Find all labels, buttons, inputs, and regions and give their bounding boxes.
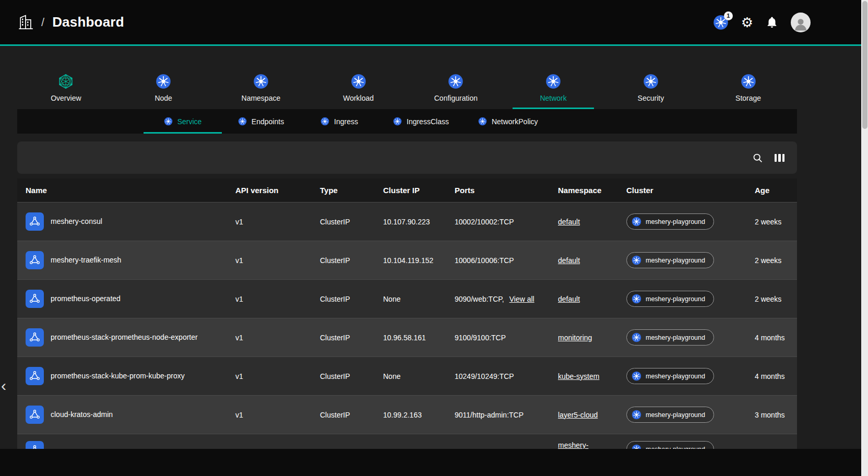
view-columns-icon[interactable]: [775, 154, 785, 162]
namespace-link[interactable]: monitoring: [558, 334, 592, 342]
cluster-context-button[interactable]: 1: [713, 15, 729, 30]
tab-overview[interactable]: Overview: [25, 68, 106, 109]
cluster-chip-label: meshery-playground: [646, 373, 705, 380]
cluster-chip-label: meshery-playground: [646, 257, 705, 264]
namespace-cell: default: [558, 256, 626, 265]
cluster-chip[interactable]: meshery-playground: [626, 368, 714, 384]
organization-icon[interactable]: [18, 14, 33, 30]
tab-network[interactable]: Network: [513, 68, 594, 109]
sub-tab-label: Ingress: [334, 117, 358, 126]
kubernetes-icon: [351, 74, 366, 89]
main-tab-label: Namespace: [242, 94, 281, 102]
services-table: NameAPI versionTypeCluster IPPortsNamesp…: [17, 178, 797, 473]
cluster-cell: meshery-playground: [626, 407, 755, 423]
tab-workload[interactable]: Workload: [318, 68, 399, 109]
api-version-cell: v1: [235, 411, 320, 419]
meshery-icon: [58, 74, 74, 89]
cluster-chip[interactable]: meshery-playground: [626, 213, 714, 230]
subtab-ingressclass[interactable]: IngressClass: [378, 109, 463, 134]
cluster-ip-cell: 10.104.119.152: [383, 256, 455, 265]
sub-tab-label: Service: [177, 117, 202, 126]
tab-node[interactable]: Node: [123, 68, 204, 109]
subtab-service[interactable]: Service: [144, 109, 222, 134]
subtab-endpoints[interactable]: Endpoints: [222, 109, 300, 134]
kubernetes-icon: [632, 294, 641, 304]
subtab-ingress[interactable]: Ingress: [300, 109, 378, 134]
sub-tab-label: NetworkPolicy: [492, 117, 538, 126]
column-header-api-version[interactable]: API version: [235, 186, 320, 195]
column-header-ports[interactable]: Ports: [455, 186, 558, 195]
namespace-link[interactable]: default: [558, 295, 580, 303]
service-name: cloud-kratos-admin: [51, 410, 113, 420]
tab-security[interactable]: Security: [610, 68, 692, 109]
service-name: prometheus-stack-kube-prom-kube-proxy: [51, 372, 185, 381]
user-avatar[interactable]: [791, 13, 811, 32]
namespace-link[interactable]: layer5-cloud: [558, 411, 598, 419]
page-title: Dashboard: [52, 14, 124, 30]
scrollbar-thumb[interactable]: [862, 1, 867, 129]
resource-category-tabs: Overview Node Namespace Workload: [17, 68, 797, 109]
name-cell: cloud-kratos-admin: [26, 406, 235, 424]
table-row[interactable]: meshery-consul v1 ClusterIP 10.107.90.22…: [17, 203, 797, 241]
cluster-chip-label: meshery-playground: [646, 295, 705, 303]
view-all-ports-link[interactable]: View all: [509, 295, 534, 303]
cluster-chip[interactable]: meshery-playground: [626, 252, 714, 268]
type-cell: ClusterIP: [320, 372, 383, 380]
table-row[interactable]: prometheus-operated v1 ClusterIP None 90…: [17, 280, 797, 318]
namespace-link[interactable]: meshery-: [558, 441, 588, 449]
type-cell: ClusterIP: [320, 256, 383, 265]
ports-value: 9011/http-admin:TCP: [455, 411, 524, 419]
tab-storage[interactable]: Storage: [708, 68, 789, 109]
type-cell: ClusterIP: [320, 295, 383, 303]
main-tab-label: Storage: [735, 94, 761, 102]
service-name: prometheus-operated: [51, 294, 121, 304]
ports-cell: 10249/10249:TCP: [455, 372, 558, 380]
cluster-chip-label: meshery-playground: [646, 334, 705, 341]
namespace-cell: default: [558, 218, 626, 226]
kubernetes-icon: [393, 117, 402, 126]
top-app-bar: / Dashboard 1 ⚙: [0, 0, 868, 46]
namespace-cell: kube-system: [558, 372, 626, 380]
tab-namespace[interactable]: Namespace: [220, 68, 302, 109]
age-cell: 2 weeks: [755, 256, 797, 265]
table-row[interactable]: cloud-kratos-admin v1 ClusterIP 10.99.2.…: [17, 396, 797, 434]
cluster-chip[interactable]: meshery-playground: [626, 407, 714, 423]
cluster-chip[interactable]: meshery-playground: [626, 291, 714, 307]
ports-value: 10002/10002:TCP: [455, 218, 514, 226]
column-header-namespace[interactable]: Namespace: [558, 186, 626, 195]
namespace-link[interactable]: default: [558, 218, 580, 226]
notifications-icon[interactable]: [766, 16, 778, 29]
column-header-cluster-ip[interactable]: Cluster IP: [383, 186, 455, 195]
age-cell: 4 months: [755, 372, 797, 380]
main-tab-label: Node: [154, 94, 172, 102]
cluster-ip-cell: None: [383, 372, 455, 380]
breadcrumb: / Dashboard: [18, 14, 124, 30]
bottom-strip: [0, 449, 868, 476]
service-icon: [26, 367, 44, 385]
table-header-row: NameAPI versionTypeCluster IPPortsNamesp…: [17, 178, 797, 203]
namespace-link[interactable]: default: [558, 256, 580, 265]
column-header-name[interactable]: Name: [26, 186, 235, 195]
service-icon: [26, 290, 44, 308]
search-icon[interactable]: [752, 152, 763, 163]
kubernetes-icon: [632, 255, 641, 265]
tab-configuration[interactable]: Configuration: [415, 68, 496, 109]
namespace-link[interactable]: kube-system: [558, 372, 599, 380]
column-header-age[interactable]: Age: [755, 186, 797, 195]
settings-icon[interactable]: ⚙: [741, 16, 753, 29]
cluster-chip-label: meshery-playground: [646, 411, 705, 419]
ports-value: 10006/10006:TCP: [455, 256, 514, 265]
column-header-type[interactable]: Type: [320, 186, 383, 195]
subtab-networkpolicy[interactable]: NetworkPolicy: [463, 109, 553, 134]
page-scrollbar[interactable]: [861, 0, 868, 476]
kubernetes-icon: [632, 410, 641, 420]
table-row[interactable]: meshery-traefik-mesh v1 ClusterIP 10.104…: [17, 241, 797, 280]
collapse-drawer-icon[interactable]: ‹: [1, 378, 6, 394]
ports-value: 10249/10249:TCP: [455, 372, 514, 380]
ports-value: 9090/web:TCP,: [455, 295, 504, 303]
column-header-cluster[interactable]: Cluster: [626, 186, 755, 195]
service-name: meshery-consul: [51, 217, 102, 227]
cluster-chip[interactable]: meshery-playground: [626, 329, 714, 346]
table-row[interactable]: prometheus-stack-kube-prom-kube-proxy v1…: [17, 357, 797, 396]
table-row[interactable]: prometheus-stack-prometheus-node-exporte…: [17, 318, 797, 357]
